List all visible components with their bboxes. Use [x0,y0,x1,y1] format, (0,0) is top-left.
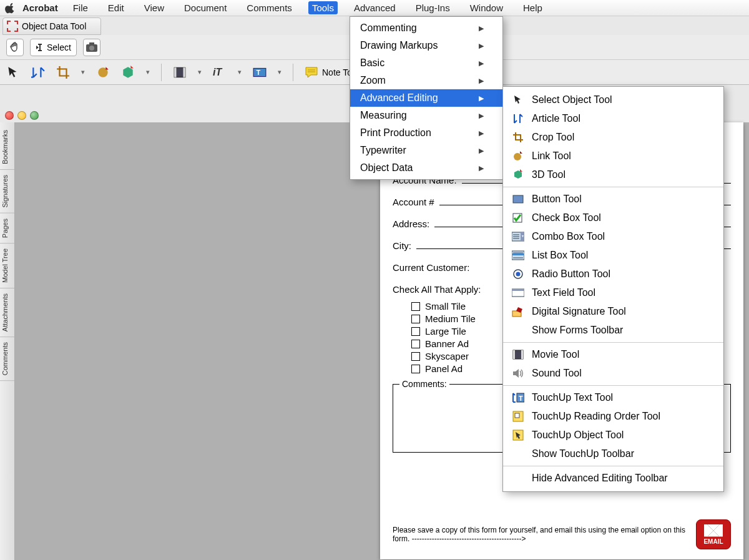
submenu-combo-box-tool[interactable]: Combo Box Tool [503,227,723,246]
submenu-radio-button-tool[interactable]: Radio Button Tool [503,265,723,283]
select-label: Select [47,42,71,52]
hand-tool-button[interactable] [6,39,24,56]
submenu-list-box-tool[interactable]: List Box Tool [503,246,723,265]
menu-plugins[interactable]: Plug-Ins [412,1,454,14]
menu-comments[interactable]: Comments [243,1,296,14]
tools-advanced-editing[interactable]: Advanced Editing▶ [350,89,502,107]
menu-tools[interactable]: Tools [308,1,338,14]
svg-rect-2 [89,42,94,45]
submenu-sound-tool[interactable]: Sound Tool [503,364,723,383]
note-icon [305,66,318,79]
submenu-digital-signature-tool[interactable]: Digital Signature Tool [503,302,723,321]
tools-measuring[interactable]: Measuring▶ [350,107,502,124]
submenu-show-touchup-toolbar[interactable]: Show TouchUp Toolbar [503,445,723,463]
email-button[interactable]: EMAIL [696,519,731,549]
submenu-link-tool[interactable]: Link Tool [503,147,723,165]
article-icon[interactable] [31,66,45,79]
sidebar-tab-attachments[interactable]: Attachments [0,288,14,337]
sidebar-tab-pages[interactable]: Pages [0,214,14,243]
hand-icon [9,41,21,54]
apple-icon[interactable] [5,2,16,14]
label-comments: Comments: [399,379,449,389]
blank-icon [512,472,524,484]
submenu-label: TouchUp Text Tool [532,392,613,403]
option-large-tile: Large Tile [425,326,466,336]
submenu-button-tool[interactable]: Button Tool [503,190,723,209]
sidebar-tab-bookmarks[interactable]: Bookmarks [0,125,14,170]
touchup-text-icon[interactable]: iT [213,66,227,79]
3d-icon[interactable] [121,66,135,79]
tools-print-production[interactable]: Print Production▶ [350,124,502,142]
blank-icon [512,448,524,460]
submenu-select-object-tool[interactable]: Select Object Tool [503,91,723,109]
checkbox-banner-ad[interactable] [411,340,420,348]
label-check-all: Check All That Apply: [393,284,481,295]
submenu-label: Show Forms Toolbar [532,325,623,336]
svg-point-1 [89,46,94,51]
checkbox-medium-tile[interactable] [411,315,420,323]
email-label: EMAIL [703,538,723,545]
tools-menu-dropdown: Commenting▶ Drawing Markups▶ Basic▶ Zoom… [350,16,503,180]
menu-edit[interactable]: Edit [104,1,128,14]
menu-advanced[interactable]: Advanced [350,1,399,14]
submenu-show-forms-toolbar[interactable]: Show Forms Toolbar [503,321,723,340]
form-footer: Please save a copy of this form for your… [393,519,731,549]
submenu-3d-tool[interactable]: 3D Tool [503,165,723,184]
close-button[interactable] [5,111,14,120]
app-name[interactable]: Acrobat [22,2,58,13]
cursor-text-icon [36,43,44,52]
submenu-touchup-object-tool[interactable]: TouchUp Object Tool [503,426,723,445]
sidebar-tab-comments[interactable]: Comments [0,337,14,381]
svg-rect-5 [174,67,176,77]
submenu-divider [503,342,723,343]
crop-icon [512,131,524,144]
checkbox-panel-ad[interactable] [411,365,420,373]
option-small-tile: Small Tile [425,301,466,312]
submenu-check-box-tool[interactable]: Check Box Tool [503,209,723,227]
checkbox-skyscraper[interactable] [411,352,420,361]
form-field-icon[interactable]: T [253,66,267,79]
menu-document[interactable]: Document [180,1,230,14]
submenu-touchup-reading-order-tool[interactable]: TouchUp Reading Order Tool [503,407,723,426]
touchtext-icon: T [512,391,524,404]
submenu-hide-advanced-editing-toolbar[interactable]: Hide Advanced Editing Toolbar [503,469,723,488]
zoom-button[interactable] [30,111,39,120]
sidebar-tab-model-tree[interactable]: Model Tree [0,243,14,288]
movie-icon[interactable] [173,66,187,79]
tools-object-data[interactable]: Object Data▶ [350,159,502,177]
submenu-label: Show TouchUp Toolbar [532,448,634,459]
submenu-label: Link Tool [532,150,571,162]
submenu-movie-tool[interactable]: Movie Tool [503,345,723,364]
link-icon [512,150,524,162]
tools-drawing-markups[interactable]: Drawing Markups▶ [350,37,502,54]
snapshot-tool-button[interactable] [83,39,100,56]
checkbox-large-tile[interactable] [411,327,420,336]
checkbox-small-tile[interactable] [411,302,420,311]
pointer-icon[interactable] [6,66,20,79]
tools-zoom[interactable]: Zoom▶ [350,72,502,89]
svg-point-18 [516,272,521,277]
sidebar-tab-signatures[interactable]: Signatures [0,170,14,214]
option-panel-ad: Panel Ad [425,363,463,374]
submenu-text-field-tool[interactable]: Text Field Tool [503,283,723,302]
select-tool-button[interactable]: Select [30,39,77,56]
menu-window[interactable]: Window [466,1,507,14]
svg-rect-28 [515,413,519,418]
svg-rect-6 [184,67,185,77]
menu-view[interactable]: View [140,1,168,14]
signature-icon [512,305,524,318]
submenu-touchup-text-tool[interactable]: TTouchUp Text Tool [503,388,723,407]
submenu-article-tool[interactable]: Article Tool [503,109,723,128]
submenu-label: Combo Box Tool [532,231,605,242]
checkbox-icon [512,212,524,224]
menu-help[interactable]: Help [519,1,546,14]
combo-icon [512,230,524,243]
crop-icon[interactable] [56,66,70,79]
tools-basic[interactable]: Basic▶ [350,54,502,72]
menu-file[interactable]: File [69,1,92,14]
link-icon[interactable] [96,66,110,79]
minimize-button[interactable] [17,111,26,120]
submenu-crop-tool[interactable]: Crop Tool [503,128,723,147]
tools-typewriter[interactable]: Typewriter▶ [350,142,502,159]
tools-commenting[interactable]: Commenting▶ [350,19,502,37]
